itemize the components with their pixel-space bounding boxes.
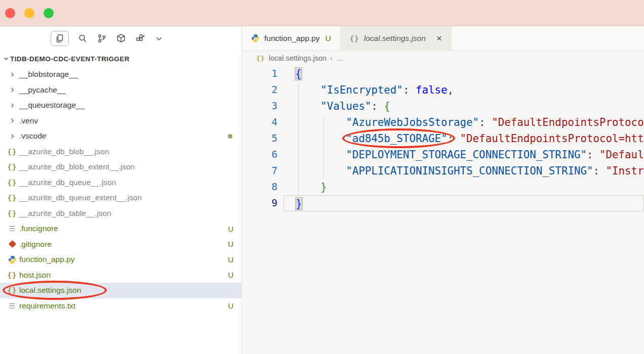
line-number: 2 — [242, 82, 284, 98]
code-line-5: 5 "ad845b_STORAGE": "DefaultEndpointsPro… — [242, 130, 644, 147]
tree-item-pycache[interactable]: __pycache__ — [0, 82, 242, 98]
code-line-content[interactable]: "AzureWebJobsStorage": "DefaultEndpoints… — [284, 114, 644, 130]
code-line-6: 6 "DEPLOYMENT_STORAGE_CONNECTION_STRING"… — [242, 147, 644, 163]
lines-file-icon: ☰ — [6, 302, 18, 310]
line-number: 6 — [242, 147, 284, 163]
code-line-content[interactable]: "Values": { — [284, 98, 644, 114]
file-name: __azurite_db_blob__.json — [19, 147, 109, 156]
close-icon[interactable]: × — [436, 33, 442, 43]
code-line-content[interactable]: "DEPLOYMENT_STORAGE_CONNECTION_STRING": … — [284, 147, 644, 163]
json-icon: {} — [350, 34, 359, 43]
file-name: local.settings.json — [19, 286, 81, 295]
code-line-1: 1{ — [242, 66, 644, 82]
breadcrumb-separator: › — [330, 54, 333, 62]
git-status-badge: U — [228, 301, 233, 310]
json-file-icon: {} — [6, 209, 18, 217]
line-number: 5 — [242, 130, 284, 147]
package-icon[interactable] — [115, 33, 127, 44]
tree-item-azurite-db-queue-extent-json[interactable]: {}__azurite_db_queue_extent__.json — [0, 190, 242, 206]
chevron-right-icon — [6, 132, 18, 140]
lines-file-icon: ☰ — [6, 225, 18, 233]
editor-area: function_app.pyU{}local.settings.json× {… — [242, 26, 644, 354]
chevron-right-icon — [6, 117, 18, 124]
tree-root-folder[interactable]: TIDB-DEMO-CDC-EVENT-TRIGGER — [0, 51, 242, 67]
git-status-badge: U — [228, 225, 233, 233]
json-file-icon: {} — [6, 194, 18, 202]
file-name: .venv — [19, 116, 38, 125]
chevron-down-icon — [2, 55, 10, 62]
git-status-badge: U — [228, 255, 233, 264]
tree-item-vscode[interactable]: .vscode — [0, 128, 242, 144]
code-line-content[interactable]: "ad845b_STORAGE": "DefaultEndpointsProto… — [284, 130, 644, 147]
line-number: 7 — [242, 163, 284, 179]
json-icon: {} — [256, 55, 265, 62]
root-folder-label: TIDB-DEMO-CDC-EVENT-TRIGGER — [10, 55, 130, 63]
tree-item-blobstorage[interactable]: __blobstorage__ — [0, 67, 242, 82]
tab-function-app-py[interactable]: function_app.pyU — [242, 26, 341, 50]
json-file-icon: {} — [6, 271, 18, 279]
tree-item-azurite-db-table-json[interactable]: {}__azurite_db_table__.json — [0, 206, 242, 222]
code-line-7: 7 "APPLICATIONINSIGHTS_CONNECTION_STRING… — [242, 163, 644, 179]
git-status-badge: U — [228, 240, 233, 248]
minimize-window-button[interactable] — [24, 8, 34, 18]
tree-item-gitignore[interactable]: .gitignoreU — [0, 237, 242, 252]
chevron-down-icon[interactable] — [154, 33, 164, 43]
pages-icon[interactable] — [51, 31, 69, 46]
file-name: __blobstorage__ — [19, 70, 78, 79]
code-line-content[interactable]: } — [284, 195, 644, 211]
explorer-sidebar: TIDB-DEMO-CDC-EVENT-TRIGGER __blobstorag… — [0, 26, 242, 354]
python-icon — [251, 34, 260, 42]
tree-item-venv[interactable]: .venv — [0, 113, 242, 129]
search-icon[interactable] — [77, 33, 88, 44]
git-status-badge: U — [228, 271, 233, 279]
tree-item-requirements-txt[interactable]: ☰requirements.txtU — [0, 298, 242, 314]
tab-label: function_app.py — [264, 34, 319, 43]
git-file-icon — [6, 241, 18, 247]
tree-item-funcignore[interactable]: ☰.funcignoreU — [0, 221, 242, 237]
line-number: 1 — [242, 66, 284, 82]
tab-bar: function_app.pyU{}local.settings.json× — [242, 26, 644, 51]
code-line-3: 3 "Values": { — [242, 98, 644, 114]
file-name: __azurite_db_table__.json — [19, 209, 111, 218]
file-name: .funcignore — [19, 224, 58, 233]
breadcrumb-file[interactable]: local.settings.json — [269, 54, 327, 62]
code-editor[interactable]: 1{2 "IsEncrypted": false,3 "Values": {4 … — [242, 66, 644, 354]
breadcrumb-more[interactable]: … — [336, 54, 344, 62]
zoom-window-button[interactable] — [44, 8, 54, 18]
tab-local-settings-json[interactable]: {}local.settings.json× — [341, 26, 452, 50]
source-control-icon[interactable] — [96, 33, 107, 44]
chevron-right-icon — [6, 102, 18, 109]
tree-item-azurite-db-queue-json[interactable]: {}__azurite_db_queue__.json — [0, 175, 242, 191]
sidebar-toolbar — [0, 26, 242, 51]
code-line-content[interactable]: "IsEncrypted": false, — [284, 82, 644, 98]
file-name: function_app.py — [19, 255, 74, 264]
line-number: 8 — [242, 179, 284, 195]
json-file-icon: {} — [6, 179, 18, 187]
chevron-right-icon — [6, 71, 18, 78]
breadcrumb: {} local.settings.json › … — [242, 51, 644, 66]
chevron-right-icon — [6, 86, 18, 94]
code-line-content[interactable]: } — [284, 179, 644, 195]
file-name: __pycache__ — [19, 85, 66, 95]
vscode-window: TIDB-DEMO-CDC-EVENT-TRIGGER __blobstorag… — [0, 0, 644, 354]
git-status-badge: U — [325, 34, 331, 43]
code-line-content[interactable]: "APPLICATIONINSIGHTS_CONNECTION_STRING":… — [284, 163, 644, 179]
tree-item-queuestorage[interactable]: __queuestorage__ — [0, 98, 242, 113]
tree-item-azurite-db-blob-json[interactable]: {}__azurite_db_blob__.json — [0, 144, 242, 160]
tree-item-local-settings-json[interactable]: {}local.settings.json — [0, 283, 242, 298]
code-line-content[interactable]: { — [284, 66, 644, 82]
close-window-button[interactable] — [5, 8, 15, 18]
python-file-icon — [6, 255, 18, 264]
extensions-icon[interactable] — [135, 33, 146, 44]
file-name: requirements.txt — [19, 301, 75, 311]
file-name: __queuestorage__ — [19, 101, 85, 110]
code-line-8: 8 } — [242, 179, 644, 195]
code-line-9: 9} — [242, 195, 644, 211]
file-name: __azurite_db_queue__.json — [19, 178, 116, 187]
tree-item-azurite-db-blob-extent-json[interactable]: {}__azurite_db_blob_extent__.json — [0, 159, 242, 175]
tree-item-function-app-py[interactable]: function_app.pyU — [0, 252, 242, 268]
titlebar — [0, 0, 644, 26]
code-line-4: 4 "AzureWebJobsStorage": "DefaultEndpoin… — [242, 114, 644, 130]
tab-label: local.settings.json — [364, 34, 426, 43]
tree-item-host-json[interactable]: {}host.jsonU — [0, 268, 242, 283]
